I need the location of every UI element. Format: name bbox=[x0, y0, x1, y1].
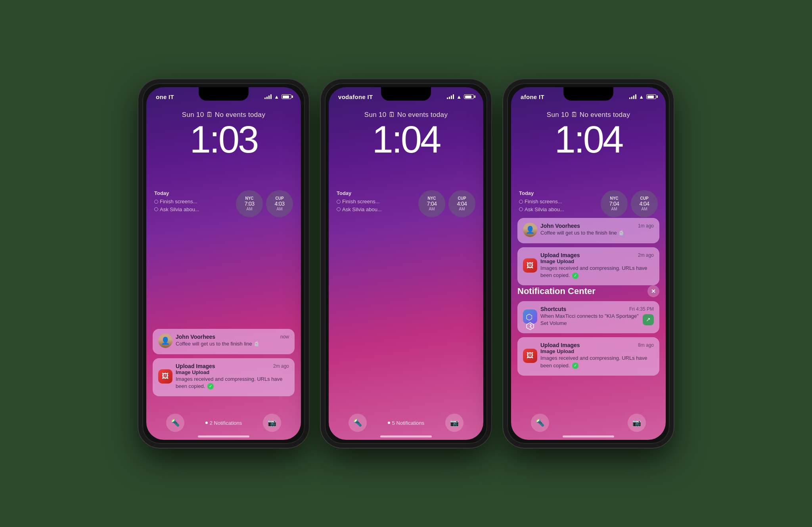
notif-upload-subtitle-1: Image Upload bbox=[176, 369, 289, 375]
date-time-area-1: Sun 10 🗓 No events today 1:03 bbox=[146, 111, 301, 162]
phone-frame-3: afone IT ▲ Sun 10 🗓 No events t bbox=[503, 79, 674, 448]
notif-header-1: 👤 John Voorhees now Coffee will get us t… bbox=[158, 334, 289, 348]
nc-header-3: Notification Center ✕ bbox=[517, 285, 659, 297]
reminder-circle-3a bbox=[519, 200, 523, 204]
notif-card-john-1[interactable]: 👤 John Voorhees now Coffee will get us t… bbox=[153, 329, 295, 354]
notif-upload-body-3-top: Images received and compressing. URLs ha… bbox=[540, 265, 654, 279]
reminders-today-2: Today bbox=[337, 190, 415, 196]
notif-header-upload-1: 🖼 Upload Images 2m ago Image Upload Imag… bbox=[158, 363, 289, 390]
flashlight-button-2[interactable]: 🔦 bbox=[349, 414, 367, 432]
date-time-area-2: Sun 10 🗓 No events today 1:04 bbox=[329, 111, 483, 162]
notif-shortcuts-title-3: Shortcuts bbox=[540, 306, 566, 312]
notif-card-upload-3-top[interactable]: 🖼 Upload Images 2m ago Image Upload Imag… bbox=[517, 247, 659, 285]
time-display-3: 1:04 bbox=[511, 120, 666, 158]
flashlight-button-3[interactable]: 🔦 bbox=[531, 414, 549, 432]
shortcuts-icon-3 bbox=[526, 312, 534, 321]
notif-dot-2 bbox=[388, 422, 390, 424]
wifi-icon-3: ▲ bbox=[639, 94, 644, 100]
signal-icon-3 bbox=[629, 94, 636, 99]
notif-content-upload-3-nc: Upload Images 8m ago Image Upload Images… bbox=[540, 342, 654, 369]
reminders-widget-1: Today Finish screens... Ask Silvia abou.… bbox=[154, 190, 233, 213]
notif-content-1: John Voorhees now Coffee will get us to … bbox=[176, 334, 289, 348]
widgets-row-2: Today Finish screens... Ask Silvia abou.… bbox=[337, 190, 475, 217]
camera-button-3[interactable]: 📷 bbox=[628, 414, 646, 432]
notif-header-upload-3-top: 🖼 Upload Images 2m ago Image Upload Imag… bbox=[523, 252, 654, 279]
cup-clock-widget-1: CUP 4:03 AM bbox=[266, 190, 293, 217]
date-time-area-3: Sun 10 🗓 No events today 1:04 bbox=[511, 111, 666, 162]
cup-ampm-2: AM bbox=[459, 207, 465, 211]
nc-title-3: Notification Center bbox=[517, 286, 596, 296]
notif-content-upload-1: Upload Images 2m ago Image Upload Images… bbox=[176, 363, 289, 390]
reminder-item-2a: Finish screens... bbox=[337, 198, 415, 206]
phone-screen-2: vodafone IT ▲ Sun 10 🗓 No event bbox=[329, 87, 483, 440]
upload-app-icon-3-nc: 🖼 bbox=[523, 349, 537, 363]
notif-count-2: 5 Notifications bbox=[388, 420, 425, 426]
top-notifications-3: 👤 John Voorhees 1m ago Coffee will get u… bbox=[517, 218, 659, 289]
home-indicator-3 bbox=[563, 435, 614, 437]
notif-title-row-1: John Voorhees now bbox=[176, 334, 289, 340]
notification-center-3: Notification Center ✕ bbox=[517, 285, 659, 380]
reminder-item-3a: Finish screens... bbox=[519, 198, 598, 206]
nyc-clock-widget-2: NYC 7:04 AM bbox=[418, 190, 445, 217]
phone-frame-2: vodafone IT ▲ Sun 10 🗓 No event bbox=[321, 79, 491, 448]
reminder-item-2: Ask Silvia abou... bbox=[154, 206, 233, 214]
avatar-john-1: 👤 bbox=[158, 334, 172, 348]
date-label-2: Sun 10 🗓 No events today bbox=[329, 111, 483, 119]
nyc-ampm-3: AM bbox=[611, 207, 617, 211]
notif-sender-3: John Voorhees bbox=[540, 223, 580, 229]
nyc-clock-widget-3: NYC 7:04 AM bbox=[601, 190, 628, 217]
notch-1 bbox=[199, 87, 249, 101]
notif-shortcuts-time-3: Fri 4:35 PM bbox=[629, 306, 654, 312]
upload-icon-3-nc: 🖼 bbox=[527, 351, 534, 360]
shortcuts-action-button-3[interactable]: ↗ bbox=[643, 314, 654, 325]
reminder-circle-2b bbox=[337, 207, 341, 211]
notif-card-shortcuts-3[interactable]: Shortcuts Fri 4:35 PM When MaxTicci conn… bbox=[517, 301, 659, 333]
upload-app-icon-1: 🖼 bbox=[158, 369, 172, 384]
nyc-time-1: 7:03 bbox=[244, 200, 254, 207]
notif-upload-title-row-3-nc: Upload Images 8m ago bbox=[540, 342, 654, 348]
battery-icon-2 bbox=[464, 94, 474, 99]
nyc-ampm-1: AM bbox=[247, 207, 253, 211]
notif-count-1: 2 Notifications bbox=[205, 420, 242, 426]
notif-upload-time-3-nc: 8m ago bbox=[638, 342, 654, 348]
notif-upload-body-3-nc: Images received and compressing. URLs ha… bbox=[540, 355, 654, 369]
notif-card-upload-1[interactable]: 🖼 Upload Images 2m ago Image Upload Imag… bbox=[153, 358, 295, 396]
camera-button-2[interactable]: 📷 bbox=[445, 414, 463, 432]
widgets-row-3: Today Finish screens... Ask Silvia abou.… bbox=[519, 190, 658, 217]
notif-upload-title-row-1: Upload Images 2m ago bbox=[176, 363, 289, 369]
cup-city-label-3: CUP bbox=[640, 196, 648, 200]
notif-upload-time-3-top: 2m ago bbox=[638, 252, 654, 258]
notif-dot-1 bbox=[205, 422, 208, 424]
signal-icon-2 bbox=[447, 94, 454, 99]
notifications-area-1: 👤 John Voorhees now Coffee will get us t… bbox=[153, 329, 295, 400]
camera-button-1[interactable]: 📷 bbox=[263, 414, 281, 432]
nc-close-button-3[interactable]: ✕ bbox=[647, 285, 659, 297]
wifi-icon-1: ▲ bbox=[274, 94, 279, 100]
phone-1: one IT ▲ Sun 10 🗓 No events tod bbox=[138, 79, 309, 448]
reminder-circle-2 bbox=[154, 207, 158, 211]
nyc-city-label-3: NYC bbox=[610, 196, 618, 200]
avatar-face-3: 👤 bbox=[523, 223, 537, 237]
notif-content-shortcuts-3: Shortcuts Fri 4:35 PM When MaxTicci conn… bbox=[540, 306, 654, 327]
notif-card-upload-3-nc[interactable]: 🖼 Upload Images 8m ago Image Upload Imag… bbox=[517, 337, 659, 375]
carrier-2: vodafone IT bbox=[338, 94, 373, 100]
phone-2: vodafone IT ▲ Sun 10 🗓 No event bbox=[321, 79, 491, 448]
notif-header-upload-3-nc: 🖼 Upload Images 8m ago Image Upload Imag… bbox=[523, 342, 654, 369]
notif-title-row-john-3: John Voorhees 1m ago bbox=[540, 223, 654, 229]
signal-icon-1 bbox=[264, 94, 272, 99]
cup-time-3: 4:04 bbox=[639, 200, 649, 207]
status-icons-2: ▲ bbox=[447, 94, 474, 100]
flashlight-button-1[interactable]: 🔦 bbox=[166, 414, 184, 432]
date-label-3: Sun 10 🗓 No events today bbox=[511, 111, 666, 119]
date-label-1: Sun 10 🗓 No events today bbox=[146, 111, 301, 119]
reminder-item-3b: Ask Silvia abou... bbox=[519, 206, 598, 214]
notif-card-john-3[interactable]: 👤 John Voorhees 1m ago Coffee will get u… bbox=[517, 218, 659, 243]
notif-shortcuts-body-3: When MaxTicci connects to "KIA Sportage"… bbox=[540, 313, 654, 327]
bottom-bar-2: 🔦 5 Notifications 📷 bbox=[329, 414, 483, 432]
nyc-clock-widget-1: NYC 7:03 AM bbox=[236, 190, 263, 217]
green-check-1: ✓ bbox=[207, 383, 214, 390]
home-indicator-1 bbox=[198, 435, 249, 437]
notif-upload-title-3-nc: Upload Images bbox=[540, 342, 580, 348]
upload-app-icon-3-top: 🖼 bbox=[523, 258, 537, 273]
green-check-3-nc: ✓ bbox=[572, 363, 578, 369]
